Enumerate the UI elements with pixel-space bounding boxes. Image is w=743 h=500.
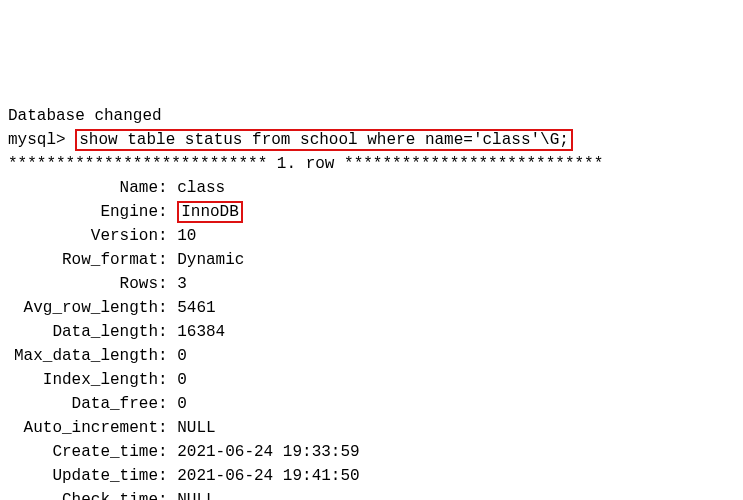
field-check-time: Check_time: NULL xyxy=(8,488,735,500)
field-rows: Rows: 3 xyxy=(8,272,735,296)
field-name: Name: class xyxy=(8,176,735,200)
field-create-time: Create_time: 2021-06-24 19:33:59 xyxy=(8,440,735,464)
field-data-free: Data_free: 0 xyxy=(8,392,735,416)
row-separator: *************************** 1. row *****… xyxy=(8,152,735,176)
field-engine: Engine: InnoDB xyxy=(8,200,735,224)
field-max-data-length: Max_data_length: 0 xyxy=(8,344,735,368)
sql-command: show table status from school where name… xyxy=(75,129,573,151)
field-avg-row-length: Avg_row_length: 5461 xyxy=(8,296,735,320)
field-auto-increment: Auto_increment: NULL xyxy=(8,416,735,440)
field-update-time: Update_time: 2021-06-24 19:41:50 xyxy=(8,464,735,488)
field-row-format: Row_format: Dynamic xyxy=(8,248,735,272)
field-index-length: Index_length: 0 xyxy=(8,368,735,392)
db-status: Database changed xyxy=(8,107,162,125)
mysql-prompt: mysql> xyxy=(8,131,66,149)
field-version: Version: 10 xyxy=(8,224,735,248)
field-data-length: Data_length: 16384 xyxy=(8,320,735,344)
